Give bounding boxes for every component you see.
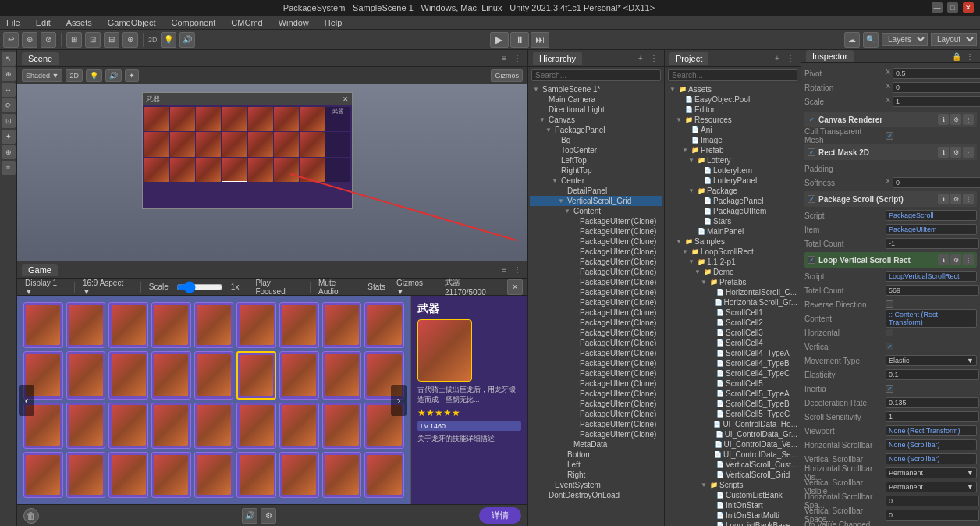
project-item-43[interactable]: 📄 LoopListBankBase xyxy=(666,521,799,526)
hierarchy-item-39[interactable]: EventSystem xyxy=(530,480,662,490)
game-item-29[interactable] xyxy=(108,452,148,498)
scene-item-cell[interactable] xyxy=(222,107,247,131)
game-item-20[interactable] xyxy=(108,403,148,449)
game-item-2[interactable] xyxy=(108,302,148,348)
project-item-2[interactable]: 📄 Editor xyxy=(666,105,799,115)
project-item-7[interactable]: ▼📁 Lottery xyxy=(666,155,799,165)
game-item-6[interactable] xyxy=(279,302,319,348)
project-item-29[interactable]: 📄 ScrollCell5 xyxy=(666,379,799,389)
scene-item-cell[interactable] xyxy=(248,158,273,182)
toolbar-btn-6[interactable]: ⊟ xyxy=(104,32,119,48)
package-scroll-gear-btn[interactable]: ⚙ xyxy=(950,194,961,204)
collab-btn[interactable]: ☁ xyxy=(844,32,860,48)
project-item-33[interactable]: 📄 UI_ControlData_Ho... xyxy=(666,419,799,429)
hierarchy-item-10[interactable]: DetailPanel xyxy=(530,186,662,196)
scene-window-close[interactable]: ✕ xyxy=(343,95,349,103)
scene-item-cell[interactable] xyxy=(300,158,325,182)
menu-file[interactable]: File xyxy=(3,18,23,27)
menu-help[interactable]: Help xyxy=(321,18,346,27)
toolbar-btn-5[interactable]: ⊡ xyxy=(85,32,101,48)
game-item-22[interactable] xyxy=(194,403,234,449)
project-item-20[interactable]: 📄 HorizontalScroll_C... xyxy=(666,287,799,297)
hierarchy-item-17[interactable]: PackageUItem(Clone) xyxy=(530,257,662,267)
ps-script-ref[interactable]: PackageScroll xyxy=(886,210,977,221)
scene-audio-btn[interactable]: 🔊 xyxy=(105,69,122,82)
sidebar-icon-8[interactable]: ≡ xyxy=(2,161,16,175)
hierarchy-item-36[interactable]: Bottom xyxy=(530,450,662,460)
hierarchy-item-26[interactable]: PackageUItem(Clone) xyxy=(530,348,662,358)
game-item-25[interactable] xyxy=(322,403,362,449)
game-item-35[interactable] xyxy=(364,452,404,498)
sidebar-icon-3[interactable]: ↔ xyxy=(2,83,16,97)
project-item-36[interactable]: 📄 UI_ControlData_Se... xyxy=(666,450,799,460)
game-item-24[interactable] xyxy=(279,403,319,449)
canvas-renderer-info-btn[interactable]: ℹ xyxy=(938,114,949,125)
project-item-4[interactable]: 📄 Ani xyxy=(666,125,799,135)
project-item-38[interactable]: 📄 VerticalScroll_Grid xyxy=(666,470,799,480)
hierarchy-search-input[interactable] xyxy=(531,69,661,81)
cull-checkbox[interactable] xyxy=(886,132,893,140)
game-item-27[interactable] xyxy=(23,452,63,498)
close-button[interactable]: ✕ xyxy=(963,2,974,13)
nav-left-arrow[interactable]: ‹ xyxy=(19,385,34,416)
game-item-30[interactable] xyxy=(151,452,191,498)
hierarchy-item-20[interactable]: PackageUItem(Clone) xyxy=(530,287,662,297)
scene-item-cell[interactable] xyxy=(274,107,299,131)
game-item-1[interactable] xyxy=(66,302,106,348)
ps-item-ref[interactable]: PackageUIItem xyxy=(886,224,977,235)
project-item-21[interactable]: 📄 HorizontalScroll_Gr... xyxy=(666,297,799,307)
sidebar-icon-1[interactable]: ↖ xyxy=(2,52,16,66)
hierarchy-item-13[interactable]: PackageUItem(Clone) xyxy=(530,216,662,226)
hierarchy-item-1[interactable]: Main Camera xyxy=(530,94,662,105)
game-item-11[interactable] xyxy=(108,351,148,399)
canvas-renderer-checkbox[interactable] xyxy=(808,116,815,123)
game-item-8[interactable] xyxy=(364,302,404,348)
toolbar-btn-2[interactable]: ⊕ xyxy=(22,32,37,48)
project-add-icon[interactable]: + xyxy=(772,53,783,64)
hierarchy-item-27[interactable]: PackageUItem(Clone) xyxy=(530,358,662,368)
hierarchy-item-4[interactable]: ▼PackagePanel xyxy=(530,125,662,135)
hierarchy-item-9[interactable]: ▼Center xyxy=(530,176,662,186)
game-scale-slider[interactable] xyxy=(176,283,223,291)
hierarchy-item-18[interactable]: PackageUItem(Clone) xyxy=(530,267,662,277)
project-item-37[interactable]: 📄 VerticalScroll_Cust... xyxy=(666,460,799,470)
game-item-0[interactable] xyxy=(23,302,63,348)
project-item-26[interactable]: 📄 ScrollCell4_TypeA xyxy=(666,348,799,358)
rect-mask-header[interactable]: Rect Mask 2D ℹ ⚙ ⋮ xyxy=(804,144,977,160)
rect-mask-info-btn[interactable]: ℹ xyxy=(938,147,949,158)
game-item-4[interactable] xyxy=(194,302,234,348)
hierarchy-item-2[interactable]: Directional Light xyxy=(530,105,662,115)
detail-action-button[interactable]: 详情 xyxy=(479,507,521,524)
project-item-16[interactable]: ▼📁 LoopScrollRect xyxy=(666,247,799,257)
package-scroll-more-btn[interactable]: ⋮ xyxy=(963,194,974,204)
lvsr-horizontal-checkbox[interactable] xyxy=(886,329,893,336)
game-item-14[interactable] xyxy=(236,351,276,399)
package-scroll-checkbox[interactable] xyxy=(808,195,815,203)
rect-mask-more-btn[interactable]: ⋮ xyxy=(963,147,974,158)
project-item-12[interactable]: 📄 PackageUIItem xyxy=(666,206,799,216)
hierarchy-item-29[interactable]: PackageUItem(Clone) xyxy=(530,379,662,389)
project-item-14[interactable]: 📄 MainPanel xyxy=(666,226,799,236)
hierarchy-item-23[interactable]: PackageUItem(Clone) xyxy=(530,318,662,328)
game-mute-btn[interactable]: Mute Audio xyxy=(315,279,360,296)
hierarchy-item-35[interactable]: MetaData xyxy=(530,439,662,450)
menu-cmcmd[interactable]: CMCmd xyxy=(228,18,265,27)
scene-item-cell[interactable] xyxy=(196,107,221,131)
pause-button[interactable]: ⏸ xyxy=(510,32,529,48)
scene-more-icon[interactable]: ⋮ xyxy=(512,53,523,64)
game-item-32[interactable] xyxy=(236,452,276,498)
rect-mask-gear-btn[interactable]: ⚙ xyxy=(950,147,961,158)
sidebar-icon-6[interactable]: ✦ xyxy=(2,130,16,144)
hierarchy-tab[interactable]: Hierarchy xyxy=(533,52,582,65)
delete-button[interactable]: 🗑 xyxy=(23,508,39,524)
toolbar-btn-light[interactable]: 💡 xyxy=(161,32,176,48)
scene-2d-btn[interactable]: 2D xyxy=(66,69,83,82)
project-item-39[interactable]: ▼📁 Scripts xyxy=(666,480,799,490)
scene-item-cell[interactable] xyxy=(196,158,221,182)
scene-lock-icon[interactable]: ≡ xyxy=(499,53,510,64)
scene-item-cell[interactable] xyxy=(300,132,325,156)
toolbar-btn-3[interactable]: ⊘ xyxy=(41,32,56,48)
game-aspect-select[interactable]: 16:9 Aspect ▼ xyxy=(80,279,136,296)
project-item-9[interactable]: 📄 LotteryPanel xyxy=(666,176,799,186)
hierarchy-item-21[interactable]: PackageUItem(Clone) xyxy=(530,297,662,307)
